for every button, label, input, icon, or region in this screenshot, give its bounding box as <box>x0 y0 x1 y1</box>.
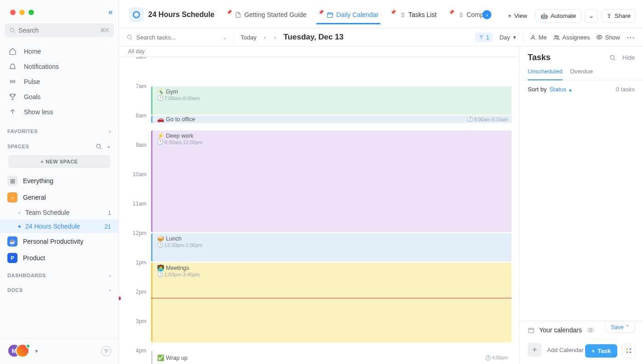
hide-panel-button[interactable]: Hide <box>622 54 635 61</box>
chevron-down-icon[interactable]: ⌄ <box>222 34 227 41</box>
everything-item[interactable]: ⊞Everything <box>0 173 118 189</box>
day-selector[interactable]: Day▼ <box>499 34 517 41</box>
home-icon <box>7 47 17 55</box>
tab-overdue[interactable]: Overdue <box>570 68 593 80</box>
space-label: Product <box>23 254 45 262</box>
apps-button[interactable] <box>622 344 636 358</box>
calendar-event[interactable]: 🚗 Go to office🕐 8:00am-8:15am <box>151 116 512 123</box>
scroll-right-icon[interactable]: › <box>482 10 491 19</box>
person-icon <box>530 34 536 40</box>
space-personal-productivity[interactable]: ☕Personal Productivity <box>0 233 118 250</box>
new-task-button[interactable]: +Task <box>585 344 617 358</box>
calendar-event[interactable]: 🤸‍♂️ Gym🕐 7:00am-8:00am <box>151 86 512 115</box>
calendar-event[interactable]: 🥪 Lunch🕐 12:00pm-1:00pm <box>151 233 512 262</box>
search-shortcut: ⌘K <box>100 27 109 34</box>
calendar-event[interactable]: ⚡ Deep work🕐 8:30am-12:00pm <box>151 130 512 232</box>
close-window[interactable] <box>10 10 16 15</box>
event-time: 🕐 7:00am-8:00am <box>157 95 508 101</box>
search-input[interactable] <box>18 27 100 34</box>
more-menu[interactable]: ⋯ <box>626 32 636 42</box>
me-filter[interactable]: Me <box>530 34 547 41</box>
chevron-down-icon[interactable]: ⌄ <box>107 143 111 150</box>
chevron-down-icon[interactable]: ▼ <box>34 348 39 354</box>
clock-icon: 🕐 <box>467 116 473 122</box>
panel-header: TasksHide <box>519 46 643 65</box>
next-day-button[interactable]: › <box>273 34 277 41</box>
search-icon[interactable] <box>96 143 102 150</box>
tab-completed[interactable]: 📌Compl› <box>443 6 502 25</box>
dashboards-header[interactable]: DASHBOARDS› <box>0 266 118 281</box>
sort-value[interactable]: Status ▲ <box>549 86 572 93</box>
show-toggle[interactable]: Show <box>596 34 620 41</box>
nav-goals[interactable]: Goals <box>0 89 118 104</box>
automate-button[interactable]: 🤖Automate <box>536 9 581 22</box>
list-24-hours-schedule[interactable]: 24 Hours Schedule21 <box>0 219 118 233</box>
docs-header[interactable]: DOCS› <box>0 281 118 299</box>
filter-pill[interactable]: 1 <box>475 33 493 42</box>
clock-icon: 🕐 <box>485 355 491 361</box>
space-product[interactable]: PProduct <box>0 250 118 266</box>
tab-daily-calendar[interactable]: 📌Daily Calendar <box>313 7 384 24</box>
nav-show-less[interactable]: Show less <box>0 104 118 119</box>
task-search[interactable]: ⌄ <box>126 34 227 41</box>
minimize-window[interactable] <box>19 10 25 15</box>
add-calendar-label: Add Calendar <box>547 347 584 353</box>
calendar-toolbar: ⌄ Today ‹ › Tuesday, Dec 13 1 Day▼ Me As… <box>119 28 643 46</box>
add-view-button[interactable]: +View <box>503 10 532 22</box>
pin-icon: 📌 <box>449 10 454 15</box>
calendar-event[interactable]: 👩‍💻 Meetings🕐 1:00pm-3:45pm <box>151 263 512 342</box>
panel-title: Tasks <box>528 53 551 62</box>
calendar-grid-scroll[interactable]: 6am7am8am9am10am11am12pm1pm2pm3pm4pm5pm🤸… <box>119 57 519 364</box>
tab-tasks-list[interactable]: 📌Tasks List <box>385 7 442 24</box>
spaces-header[interactable]: SPACES ⌄ <box>0 137 118 152</box>
pin-icon: 📌 <box>226 10 232 15</box>
new-space-button[interactable]: +NEW SPACE <box>8 155 110 168</box>
user-avatars[interactable]: M <box>7 344 30 358</box>
event-time: 🕐 12:00pm-1:00pm <box>157 242 508 248</box>
bottom-actions: +Task <box>585 344 636 358</box>
space-label: General <box>23 194 46 201</box>
favorites-header[interactable]: FAVORITES› <box>0 122 118 137</box>
grid-icon: ⊞ <box>7 176 17 186</box>
svg-line-1 <box>14 32 15 33</box>
panel-tabs: Unscheduled Overdue <box>519 65 643 80</box>
search-icon <box>9 27 16 34</box>
event-title: 👩‍💻 Meetings <box>157 264 508 271</box>
chevron-right-icon: › <box>109 273 111 278</box>
task-search-input[interactable] <box>136 34 219 41</box>
svg-rect-5 <box>327 13 333 17</box>
calendar-event[interactable]: ✅ Wrap up🕐 4:00pm <box>151 351 512 364</box>
calendars-count: 0 <box>587 327 595 333</box>
help-icon[interactable]: ? <box>101 346 111 356</box>
list-team-schedule[interactable]: Team Schedule1 <box>0 206 118 219</box>
tab-unscheduled[interactable]: Unscheduled <box>528 68 563 80</box>
doc-icon <box>235 11 242 18</box>
event-time: 🕐 1:00pm-3:45pm <box>157 271 508 277</box>
plus-icon: + <box>592 347 595 354</box>
sort-row[interactable]: Sort by Status ▲ 0 tasks <box>519 80 643 98</box>
assignees-filter[interactable]: Assignees <box>553 34 590 41</box>
search-icon[interactable] <box>609 54 616 61</box>
hour-label: 2pm <box>125 289 147 295</box>
nav-home[interactable]: Home <box>0 44 118 59</box>
share-button[interactable]: ⇪Share <box>602 9 636 22</box>
maximize-window[interactable] <box>28 10 34 15</box>
status-dot-icon <box>18 225 21 228</box>
svg-point-8 <box>532 35 534 37</box>
list-label: 24 Hours Schedule <box>25 223 80 230</box>
calendar-grid[interactable]: 6am7am8am9am10am11am12pm1pm2pm3pm4pm5pm🤸… <box>151 57 512 364</box>
space-general[interactable]: ☼General <box>0 189 118 206</box>
save-button[interactable]: Save ⌃ <box>606 322 635 333</box>
global-search[interactable]: ⌘K <box>5 23 114 37</box>
today-button[interactable]: Today <box>241 34 257 41</box>
automate-dropdown[interactable]: ⌄ <box>585 9 598 22</box>
clock-icon: 🕐 <box>157 95 164 101</box>
collapse-sidebar-icon[interactable]: « <box>108 7 113 17</box>
tab-getting-started[interactable]: 📌Getting Started Guide <box>221 7 312 24</box>
prev-day-button[interactable]: ‹ <box>263 34 267 41</box>
calendar-icon <box>327 11 333 18</box>
nav-label: Pulse <box>24 78 40 85</box>
nav-notifications[interactable]: Notifications <box>0 59 118 74</box>
page-title[interactable]: 24 Hours Schedule <box>126 4 220 28</box>
nav-pulse[interactable]: Pulse <box>0 74 118 89</box>
